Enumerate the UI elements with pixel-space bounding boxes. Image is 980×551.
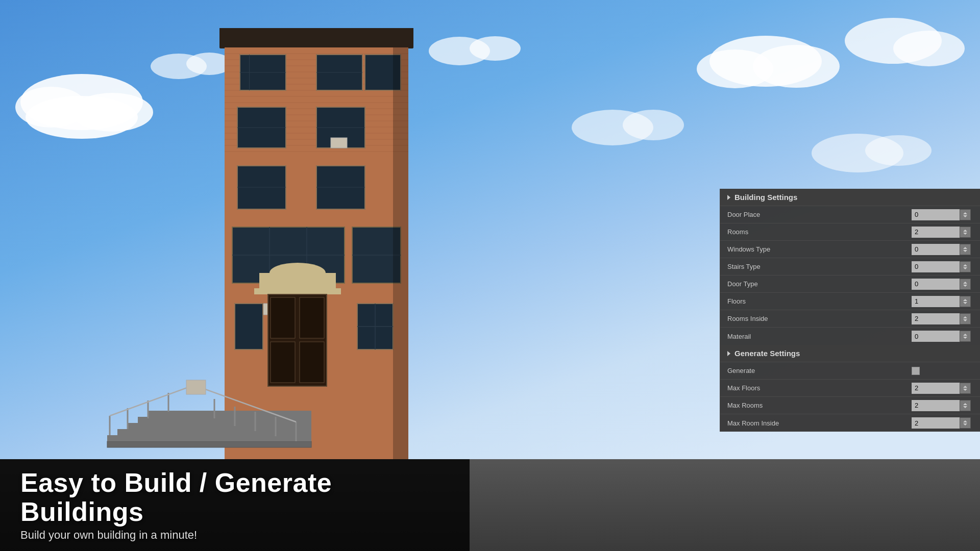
property-value-container-6 xyxy=(912,313,973,324)
property-value-container-gen-3 xyxy=(912,417,973,429)
svg-rect-20 xyxy=(260,28,275,42)
property-label-door-place: Door Place xyxy=(727,211,912,218)
svg-rect-80 xyxy=(393,47,408,466)
property-label-gen-generate: Generate xyxy=(727,367,912,374)
property-input-rooms[interactable] xyxy=(912,227,960,238)
svg-point-70 xyxy=(270,263,326,283)
generate-checkbox[interactable] xyxy=(912,367,920,375)
property-spinner-5[interactable] xyxy=(960,296,971,307)
collapse-triangle-generate[interactable] xyxy=(727,351,730,356)
property-label-rooms: Rooms xyxy=(727,228,912,236)
property-value-container-3 xyxy=(912,261,973,272)
property-row-building-5: Floors xyxy=(720,293,980,310)
property-row-building-3: Stairs Type xyxy=(720,258,980,276)
main-title: Easy to Build / Generate Buildings xyxy=(20,468,449,527)
property-spinner-gen-1[interactable] xyxy=(960,383,971,394)
collapse-triangle-building[interactable] xyxy=(727,195,730,200)
svg-rect-26 xyxy=(383,28,397,42)
property-spinner-7[interactable] xyxy=(960,331,971,342)
property-input-stairs-type[interactable] xyxy=(912,261,960,272)
svg-rect-56 xyxy=(331,138,347,148)
property-spinner-4[interactable] xyxy=(960,279,971,290)
property-label-materail: Materail xyxy=(727,333,912,340)
sub-title: Build your own building in a minute! xyxy=(20,529,449,542)
property-label-gen-max-room-inside: Max Room Inside xyxy=(727,419,912,427)
property-row-building-6: Rooms Inside xyxy=(720,310,980,328)
property-value-container-gen-1 xyxy=(912,383,973,394)
building-settings-properties: Door PlaceRoomsWindows TypeStairs TypeDo… xyxy=(720,206,980,345)
stairs-svg xyxy=(102,329,316,472)
property-row-generate-3: Max Room Inside xyxy=(720,414,980,432)
property-spinner-3[interactable] xyxy=(960,261,971,272)
property-input-gen-max-rooms[interactable] xyxy=(912,400,960,411)
property-label-gen-max-floors: Max Floors xyxy=(727,384,912,392)
svg-rect-18 xyxy=(219,28,234,42)
property-row-building-0: Door Place xyxy=(720,206,980,223)
svg-rect-21 xyxy=(281,28,295,42)
property-spinner-6[interactable] xyxy=(960,313,971,324)
property-row-generate-1: Max Floors xyxy=(720,380,980,397)
property-row-building-4: Door Type xyxy=(720,276,980,293)
property-value-container-gen-2 xyxy=(912,400,973,411)
property-spinner-gen-2[interactable] xyxy=(960,400,971,411)
svg-rect-23 xyxy=(322,28,336,42)
svg-rect-19 xyxy=(240,28,254,42)
right-panel: Building Settings Door PlaceRoomsWindows… xyxy=(720,189,980,432)
property-label-windows-type: Windows Type xyxy=(727,245,912,253)
property-value-container-2 xyxy=(912,244,973,255)
property-row-building-7: Materail xyxy=(720,328,980,345)
property-spinner-1[interactable] xyxy=(960,227,971,238)
property-label-stairs-type: Stairs Type xyxy=(727,263,912,270)
generate-settings-header: Generate Settings xyxy=(720,345,980,362)
property-row-building-1: Rooms xyxy=(720,223,980,241)
property-input-materail[interactable] xyxy=(912,331,960,342)
property-value-container-1 xyxy=(912,227,973,238)
svg-rect-82 xyxy=(107,435,311,441)
svg-rect-27 xyxy=(398,28,413,42)
property-spinner-gen-3[interactable] xyxy=(960,417,971,429)
property-row-generate-2: Max Rooms xyxy=(720,397,980,414)
property-input-rooms-inside[interactable] xyxy=(912,313,960,324)
property-label-floors: Floors xyxy=(727,297,912,305)
bottom-overlay: Easy to Build / Generate Buildings Build… xyxy=(0,459,470,551)
property-row-building-2: Windows Type xyxy=(720,241,980,258)
property-input-door-type[interactable] xyxy=(912,279,960,290)
property-label-gen-max-rooms: Max Rooms xyxy=(727,402,912,409)
svg-rect-22 xyxy=(301,28,315,42)
property-spinner-2[interactable] xyxy=(960,244,971,255)
svg-rect-84 xyxy=(128,423,311,429)
property-spinner-0[interactable] xyxy=(960,209,971,220)
property-input-gen-max-floors[interactable] xyxy=(912,383,960,394)
svg-rect-81 xyxy=(107,441,311,447)
svg-rect-24 xyxy=(342,28,356,42)
property-input-floors[interactable] xyxy=(912,296,960,307)
svg-rect-86 xyxy=(148,411,311,417)
generate-settings-title: Generate Settings xyxy=(734,349,800,358)
property-label-rooms-inside: Rooms Inside xyxy=(727,315,912,322)
property-value-container-7 xyxy=(912,331,973,342)
generate-settings-properties: GenerateMax FloorsMax RoomsMax Room Insi… xyxy=(720,362,980,432)
property-value-container-5 xyxy=(912,296,973,307)
svg-rect-25 xyxy=(362,28,377,42)
building-settings-header: Building Settings xyxy=(720,189,980,206)
property-input-gen-max-room-inside[interactable] xyxy=(912,417,960,429)
svg-rect-83 xyxy=(117,429,311,435)
property-row-generate-0: Generate xyxy=(720,362,980,380)
property-input-door-place[interactable] xyxy=(912,209,960,220)
property-value-container-gen-0 xyxy=(912,367,973,375)
building-settings-title: Building Settings xyxy=(734,193,797,202)
property-label-door-type: Door Type xyxy=(727,280,912,288)
property-value-container-0 xyxy=(912,209,973,220)
property-value-container-4 xyxy=(912,279,973,290)
property-input-windows-type[interactable] xyxy=(912,244,960,255)
svg-rect-98 xyxy=(186,380,206,394)
